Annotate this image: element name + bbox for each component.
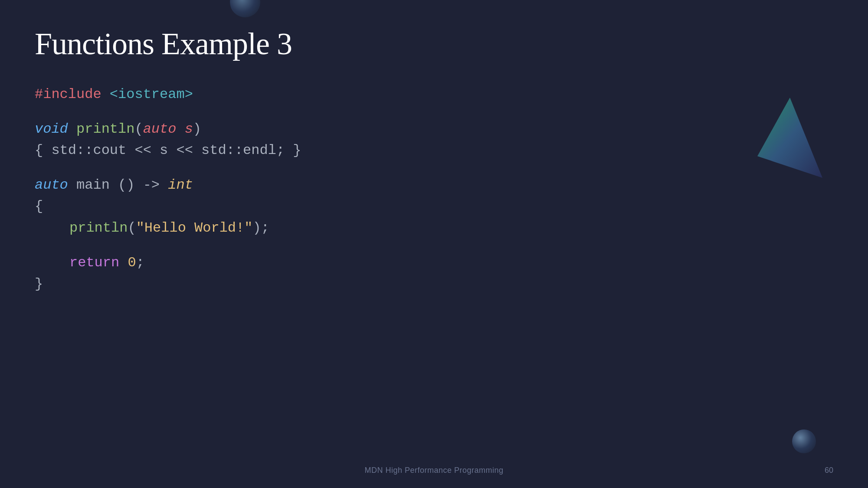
deco-top-sphere (230, 0, 260, 17)
void-keyword: void (35, 121, 68, 137)
code-line-11: } (35, 273, 833, 295)
blank-line-2 (35, 161, 833, 174)
println-call: println (69, 220, 128, 236)
svg-marker-0 (757, 98, 822, 178)
code-block: #include <iostream> void println(auto s)… (35, 84, 833, 295)
code-line-6: auto main () -> int (35, 174, 833, 196)
footer-page: 60 (825, 466, 833, 475)
code-line-1: #include <iostream> (35, 84, 833, 105)
code-line-7: { (35, 196, 833, 217)
blank-line-3 (35, 239, 833, 252)
code-line-3: void println(auto s) (35, 118, 833, 140)
auto-keyword: auto (143, 121, 185, 137)
include-keyword: #include (35, 86, 102, 102)
auto-keyword-main: auto (35, 177, 68, 193)
println-funcname: println (76, 121, 134, 137)
param-s: s (185, 121, 193, 137)
slide: Functions Example 3 #include <iostream> … (0, 0, 868, 488)
footer-course: MDN High Performance Programming (364, 466, 503, 475)
int-keyword: int (168, 177, 193, 193)
code-line-8: println("Hello World!"); (35, 217, 833, 239)
string-literal: "Hello World!" (136, 220, 253, 236)
iostream-text: <iostream> (110, 86, 193, 102)
blank-line-1 (35, 105, 833, 118)
deco-bottom-sphere (792, 429, 816, 453)
code-line-4: { std::cout << s << std::endl; } (35, 140, 833, 161)
slide-title: Functions Example 3 (35, 26, 833, 62)
return-keyword: return (69, 255, 119, 271)
deco-triangle-shape (755, 95, 825, 182)
zero-literal: 0 (128, 255, 136, 271)
code-line-10: return 0; (35, 252, 833, 274)
